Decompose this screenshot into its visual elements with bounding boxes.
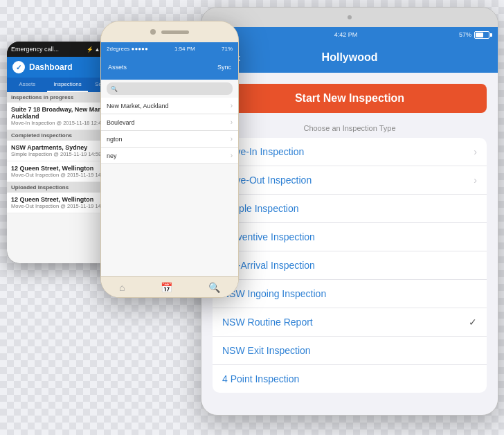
iphone-nav-title: Assets [108,64,127,71]
chevron-right-icon: › [231,102,233,109]
iphone-time: 1:54 PM [174,46,195,52]
ipad-content: Start New Inspection Choose an Inspectio… [201,73,498,415]
inspection-type-item[interactable]: NSW Routine Report✓ [213,308,487,337]
ipad-battery-pct: 57% [459,31,471,38]
inspection-type-item[interactable]: Move-In Inspection› [213,138,487,166]
inspection-type-item[interactable]: Preventive Inspection [213,223,487,251]
chevron-right-icon: › [474,175,477,186]
wifi-icon: ▲ [95,46,100,53]
iphone-content: Assets Sync 🔍 New Market, Auckland › Bou… [101,55,238,297]
ipad-nav-title: Hollywood [322,51,378,64]
bluetooth-icon: ⚡ [87,46,93,53]
iphone-battery: 71% [222,46,233,52]
iphone-carrier: 2degrees ●●●●● [107,46,148,52]
start-new-inspection-button[interactable]: Start New Inspection [213,84,487,113]
inspection-type-item[interactable]: NSW Exit Inspection [213,337,487,365]
inspection-type-label: 4 Point Inspection [222,373,299,384]
iphone-status-bar: 2degrees ●●●●● 1:54 PM 71% [101,42,238,55]
ipad-top-bezel [201,8,498,27]
iphone-nav-bar: Assets Sync [101,55,238,80]
battery-icon [474,31,489,39]
android-dashboard-title: Dashboard [29,62,109,72]
search-bottom-icon[interactable]: 🔍 [208,282,220,293]
home-icon[interactable]: ⌂ [119,282,125,293]
row-text: New Market, Auckland [107,103,169,109]
iphone-top-bezel [101,21,238,42]
ipad-status-right: 57% [459,31,489,39]
iphone-bottom-toolbar: ⌂ 📅 🔍 [101,276,238,297]
iphone-search-bar[interactable]: 🔍 [107,82,233,95]
chevron-right-icon: › [231,152,233,159]
checkmark-icon: ✓ [469,317,477,328]
inspection-type-item[interactable]: Simple Inspection [213,195,487,223]
tab-inspections[interactable]: Inspections [47,78,87,92]
inspection-type-item[interactable]: NSW Ingoing Inspection [213,280,487,308]
chevron-right-icon: › [231,118,233,126]
iphone-list-row[interactable]: Boulevard › [101,114,238,131]
choose-inspection-label: Choose an Inspection Type [213,124,487,132]
inspection-type-label: NSW Exit Inspection [222,345,311,356]
ipad-camera [348,15,352,19]
row-text: ney [107,152,117,159]
android-emergency-call: Emergency call... [11,46,59,53]
iphone-sync-button[interactable]: Sync [217,64,231,71]
chevron-right-icon: › [231,135,233,143]
iphone-device: 2degrees ●●●●● 1:54 PM 71% Assets Sync 🔍… [100,21,239,298]
calendar-icon[interactable]: 📅 [161,282,172,293]
iphone-list-row[interactable]: ney › [101,148,238,164]
chevron-right-icon: › [474,146,477,157]
ipad-nav-bar: < Back Hollywood [201,42,498,73]
iphone-speaker [161,30,189,34]
ipad-time: 4:42 PM [334,31,358,38]
search-icon: 🔍 [111,86,118,92]
tab-assets[interactable]: Assets [7,78,47,92]
iphone-list-row[interactable]: ngton › [101,131,238,148]
battery-fill [476,33,483,37]
row-text: ngton [107,136,123,143]
row-text: Boulevard [107,119,135,126]
inspection-type-list: Move-In Inspection›Move-Out Inspection›S… [213,138,487,393]
inspection-type-item[interactable]: Pre-Arrival Inspection [213,251,487,280]
dashboard-icon [12,61,25,73]
iphone-list-row[interactable]: New Market, Auckland › [101,98,238,114]
ipad-device: iPad ▼ 4:42 PM 57% < Back Hollywood Star… [201,7,498,416]
ipad-status-bar: iPad ▼ 4:42 PM 57% [201,27,498,42]
inspection-type-item[interactable]: 4 Point Inspection [213,365,487,393]
inspection-type-label: NSW Routine Report [222,317,313,328]
iphone-camera [150,29,156,35]
inspection-type-item[interactable]: Move-Out Inspection› [213,166,487,195]
